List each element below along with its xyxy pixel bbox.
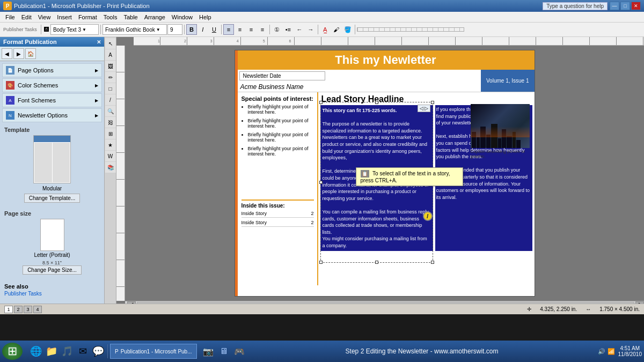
tooltip-icon: 📋 bbox=[361, 170, 369, 178]
page-options-item[interactable]: 📄 Page Options ▶ bbox=[2, 63, 102, 77]
publisher-tasks-link[interactable]: Publisher Tasks bbox=[4, 291, 100, 297]
taskbar-quick-launch: 🌐 📁 🎵 ✉ 💬 bbox=[27, 344, 108, 358]
justify-btn[interactable]: ≡ bbox=[257, 24, 268, 35]
scroll-right-btn[interactable]: ▶ bbox=[635, 301, 644, 304]
menu-table[interactable]: Table bbox=[120, 13, 141, 21]
scroll-left-btn[interactable]: ◀ bbox=[127, 301, 136, 304]
handle-br bbox=[431, 261, 434, 264]
align-center-btn[interactable]: ≡ bbox=[235, 24, 245, 35]
connect-tool[interactable]: ⛓ bbox=[105, 117, 116, 128]
media-icon[interactable]: 🎵 bbox=[60, 344, 74, 358]
newsletter-options-arrow: ▶ bbox=[95, 113, 98, 118]
font-color-btn[interactable]: A̲ bbox=[320, 24, 331, 35]
tooltip-text: To select all of the text in a story, pr… bbox=[361, 171, 450, 183]
highlight-btn[interactable]: 🖌 bbox=[331, 24, 342, 35]
bold-button[interactable]: B bbox=[186, 24, 197, 35]
line-tool[interactable]: / bbox=[105, 94, 116, 105]
wordart-tool[interactable]: W bbox=[105, 151, 116, 161]
panel-forward-btn[interactable]: ▶ bbox=[13, 48, 24, 59]
inside-item-2: Inside Story 2 bbox=[241, 220, 314, 227]
table-tool[interactable]: ⊞ bbox=[105, 128, 116, 139]
minimize-button[interactable]: — bbox=[610, 2, 619, 10]
folder-icon[interactable]: 📁 bbox=[45, 344, 58, 358]
document-canvas[interactable]: This my Newletter Newsletter Date Acme B… bbox=[125, 46, 644, 301]
scroll-thumb[interactable] bbox=[137, 302, 634, 304]
align-left-btn[interactable]: ≡ bbox=[223, 24, 234, 35]
menu-format[interactable]: Format bbox=[75, 13, 100, 21]
lead-headline: Lead Story Headline bbox=[318, 92, 535, 105]
main-area: Format Publication ✕ ◀ ▶ 🏠 📄 Page Option… bbox=[0, 37, 644, 304]
status-bar: 1 2 3 4 ✛ 4.325, 2.250 in. ↔ 1.750 × 4.5… bbox=[0, 304, 644, 314]
italic-button[interactable]: I bbox=[197, 24, 208, 35]
maximize-button[interactable]: □ bbox=[620, 2, 630, 10]
inside-label: Inside this issue: bbox=[241, 203, 314, 209]
menu-arrange[interactable]: Arrange bbox=[141, 13, 169, 21]
menu-tools[interactable]: Tools bbox=[100, 13, 121, 21]
menu-file[interactable]: File bbox=[2, 13, 18, 21]
menu-insert[interactable]: Insert bbox=[54, 13, 75, 21]
font-combo[interactable]: Franklin Gothic Book ▼ bbox=[103, 24, 167, 35]
special-points-title: Special points of interest: bbox=[241, 95, 314, 102]
tb-sep5 bbox=[269, 25, 270, 34]
taskbar-icon-3[interactable]: 🖥 bbox=[217, 344, 231, 358]
panel-close-button[interactable]: ✕ bbox=[97, 39, 101, 45]
zoom-tool[interactable]: 🔍 bbox=[105, 106, 116, 116]
shape-tool[interactable]: □ bbox=[105, 83, 116, 94]
panel-back-btn[interactable]: ◀ bbox=[2, 48, 12, 59]
h-scrollbar[interactable]: ◀ ▶ bbox=[125, 301, 644, 304]
page-tab-3[interactable]: 3 bbox=[24, 306, 32, 313]
help-input[interactable]: Type a question for help bbox=[543, 2, 608, 10]
clip-art-tool[interactable]: ★ bbox=[105, 139, 116, 150]
menu-edit[interactable]: Edit bbox=[18, 13, 35, 21]
menu-help[interactable]: Help bbox=[196, 13, 215, 21]
body-text-3-label: 🅰 bbox=[43, 27, 50, 32]
underline-button[interactable]: U bbox=[209, 24, 219, 35]
template-preview-header bbox=[34, 136, 70, 142]
acme-name: Acme Business Name bbox=[239, 82, 481, 92]
panel-header: Format Publication ✕ bbox=[0, 37, 104, 47]
fill-btn[interactable]: 🪣 bbox=[342, 24, 353, 35]
page-tab-4[interactable]: 4 bbox=[33, 306, 42, 313]
change-template-button[interactable]: Change Template... bbox=[24, 194, 80, 203]
page-tab-1[interactable]: 1 bbox=[4, 306, 13, 313]
font-schemes-item[interactable]: A Font Schemes ▶ bbox=[2, 93, 102, 107]
change-page-size-button[interactable]: Change Page Size... bbox=[23, 265, 82, 275]
select-tool[interactable]: ↖ bbox=[105, 38, 116, 49]
newsletter-options-item[interactable]: N Newsletter Options ▶ bbox=[2, 108, 102, 122]
taskbar-right: 🔊 📶 4:51 AM 11/8/2010 bbox=[598, 345, 642, 357]
menu-view[interactable]: View bbox=[35, 13, 54, 21]
num-list-btn[interactable]: ① bbox=[272, 24, 282, 35]
catalog-tool[interactable]: 📚 bbox=[105, 162, 116, 173]
template-col1 bbox=[34, 143, 52, 182]
taskbar-icon-4[interactable]: 🎮 bbox=[232, 344, 246, 358]
template-preview bbox=[33, 135, 71, 183]
see-also-section: See also Publisher Tasks bbox=[0, 280, 104, 300]
page-options-icon: 📄 bbox=[6, 66, 14, 75]
panel-home-btn[interactable]: 🏠 bbox=[25, 48, 36, 59]
start-button[interactable]: ⊞ bbox=[2, 343, 23, 360]
draw-tool[interactable]: ✏ bbox=[105, 72, 116, 83]
bul-list-btn[interactable]: •≡ bbox=[283, 24, 294, 35]
menu-window[interactable]: Window bbox=[169, 13, 196, 21]
app-icon: P bbox=[3, 2, 12, 10]
align-right-btn[interactable]: ≡ bbox=[246, 24, 257, 35]
tb-sep4 bbox=[221, 25, 222, 34]
color-schemes-icon: 🎨 bbox=[6, 81, 14, 90]
format-publication-panel: Format Publication ✕ ◀ ▶ 🏠 📄 Page Option… bbox=[0, 37, 105, 304]
page-tab-2[interactable]: 2 bbox=[14, 306, 23, 313]
text-tool[interactable]: A bbox=[105, 49, 116, 60]
indent-less-btn[interactable]: ← bbox=[294, 24, 305, 35]
color-schemes-item[interactable]: 🎨 Color Schemes ▶ bbox=[2, 78, 102, 92]
indent-more-btn[interactable]: → bbox=[305, 24, 316, 35]
taskbar-icon-2[interactable]: 📷 bbox=[201, 344, 215, 358]
size-combo[interactable]: 9 bbox=[167, 24, 182, 35]
email-icon[interactable]: ✉ bbox=[76, 344, 90, 358]
picture-tool[interactable]: 🖼 bbox=[105, 61, 116, 71]
ie-icon[interactable]: 🌐 bbox=[29, 344, 43, 358]
font-schemes-label: Font Schemes bbox=[18, 97, 56, 104]
style-combo[interactable]: Body Text 3 ▼ bbox=[50, 24, 99, 35]
close-button[interactable]: ✕ bbox=[631, 2, 641, 10]
messenger-icon[interactable]: 💬 bbox=[91, 344, 105, 358]
nl-story-area: Lead Story Headline bbox=[318, 92, 535, 285]
open-publisher-item[interactable]: P Publication1 - Microsoft Pub... bbox=[110, 344, 197, 359]
